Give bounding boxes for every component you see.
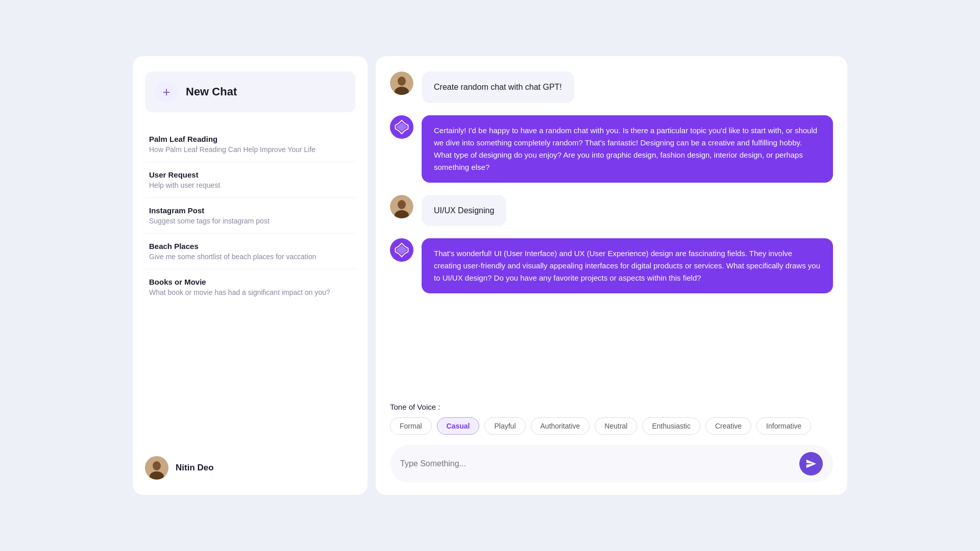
sidebar: + New Chat Palm Leaf Reading How Palm Le… — [133, 56, 368, 495]
message-row: Create random chat with chat GPT! — [390, 71, 833, 103]
history-subtitle: Give me some shortlist of beach places f… — [149, 253, 351, 261]
avatar — [145, 456, 168, 480]
svg-point-4 — [398, 77, 406, 86]
tone-label: Tone of Voice : — [390, 403, 440, 411]
user-message: Create random chat with chat GPT! — [422, 71, 574, 103]
message-row: Certainly! I'd be happy to have a random… — [390, 115, 833, 183]
history-subtitle: How Palm Leaf Reading Can Help Improve Y… — [149, 145, 351, 154]
tone-chip-authoritative[interactable]: Authoritative — [531, 417, 590, 435]
bot-message: That's wonderful! UI (User Interface) an… — [422, 238, 833, 293]
history-item[interactable]: Books or Movie What book or movie has ha… — [145, 269, 355, 305]
message-row: UI/UX Designing — [390, 195, 833, 227]
chat-input[interactable] — [400, 459, 793, 468]
tone-chip-formal[interactable]: Formal — [390, 417, 432, 435]
tone-section: Tone of Voice : FormalCasualPlayfulAutho… — [390, 396, 833, 441]
bot-message: Certainly! I'd be happy to have a random… — [422, 115, 833, 183]
history-item[interactable]: User Request Help with user request — [145, 162, 355, 198]
tone-chip-neutral[interactable]: Neutral — [595, 417, 637, 435]
history-item[interactable]: Instagram Post Suggest some tags for ins… — [145, 198, 355, 234]
history-subtitle: Help with user request — [149, 181, 351, 189]
user-message: UI/UX Designing — [422, 195, 506, 227]
history-subtitle: Suggest some tags for instagram post — [149, 217, 351, 225]
messages-area: Create random chat with chat GPT! Certai… — [390, 71, 833, 396]
tone-chip-enthusiastic[interactable]: Enthusiastic — [642, 417, 700, 435]
history-item[interactable]: Beach Places Give me some shortlist of b… — [145, 234, 355, 269]
history-subtitle: What book or movie has had a significant… — [149, 288, 351, 296]
bot-icon — [394, 242, 410, 258]
tone-chip-creative[interactable]: Creative — [705, 417, 751, 435]
history-title: Books or Movie — [149, 278, 351, 286]
tone-chip-casual[interactable]: Casual — [437, 417, 480, 435]
main-chat: Create random chat with chat GPT! Certai… — [376, 56, 847, 495]
new-chat-label: New Chat — [186, 85, 237, 98]
app-container: + New Chat Palm Leaf Reading How Palm Le… — [133, 56, 847, 495]
history-title: Beach Places — [149, 242, 351, 251]
history-title: Instagram Post — [149, 206, 351, 215]
tone-chip-playful[interactable]: Playful — [484, 417, 525, 435]
user-profile: Nitin Deo — [145, 446, 355, 480]
bot-icon — [394, 119, 410, 135]
message-row: That's wonderful! UI (User Interface) an… — [390, 238, 833, 293]
send-button[interactable] — [799, 452, 823, 475]
user-name: Nitin Deo — [176, 463, 214, 473]
bot-avatar — [390, 238, 413, 262]
input-area — [390, 445, 833, 483]
send-icon — [805, 458, 817, 469]
history-title: User Request — [149, 170, 351, 179]
history-item[interactable]: Palm Leaf Reading How Palm Leaf Reading … — [145, 127, 355, 162]
user-avatar — [390, 195, 413, 218]
history-title: Palm Leaf Reading — [149, 135, 351, 143]
svg-point-9 — [398, 200, 406, 209]
chat-history: Palm Leaf Reading How Palm Leaf Reading … — [145, 127, 355, 446]
plus-icon: + — [155, 81, 178, 103]
tone-chip-informative[interactable]: Informative — [756, 417, 811, 435]
svg-point-1 — [153, 461, 161, 470]
tone-chips: FormalCasualPlayfulAuthoritativeNeutralE… — [390, 417, 811, 435]
bot-avatar — [390, 115, 413, 139]
new-chat-button[interactable]: + New Chat — [145, 71, 355, 112]
user-avatar — [390, 71, 413, 95]
